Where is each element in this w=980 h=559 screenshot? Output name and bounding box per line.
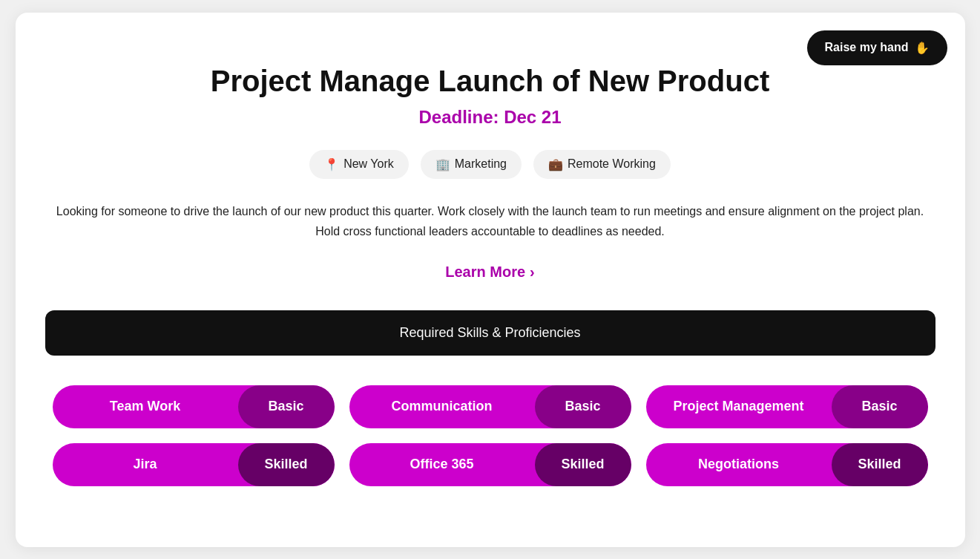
skill-item: Project Management Basic [646, 385, 928, 428]
skill-name: Team Work [53, 399, 238, 414]
skill-level: Skilled [535, 443, 631, 486]
learn-more-link[interactable]: Learn More › [445, 264, 534, 281]
skill-level: Skilled [238, 443, 335, 486]
tag-item: 💼Remote Working [533, 150, 671, 179]
tag-icon: 🏢 [435, 157, 450, 171]
tag-icon: 📍 [324, 157, 339, 171]
raise-hand-icon: ✋ [915, 41, 930, 55]
skill-level: Basic [238, 385, 335, 428]
tag-label: Remote Working [568, 157, 656, 171]
skills-header: Required Skills & Proficiencies [45, 310, 935, 356]
description-text: Looking for someone to drive the launch … [45, 201, 935, 241]
tags-row: 📍New York🏢Marketing💼Remote Working [45, 150, 935, 179]
skill-name: Jira [53, 457, 238, 472]
skill-item: Negotiations Skilled [646, 443, 928, 486]
tag-item: 📍New York [309, 150, 409, 179]
skills-grid: Team Work Basic Communication Basic Proj… [45, 385, 935, 486]
tag-icon: 💼 [548, 157, 563, 171]
learn-more-chevron: › [530, 264, 535, 281]
skill-name: Communication [349, 399, 535, 414]
skill-item: Communication Basic [349, 385, 631, 428]
raise-hand-label: Raise my hand [825, 41, 909, 54]
skill-name: Negotiations [646, 457, 832, 472]
learn-more-label: Learn More [445, 264, 525, 281]
deadline-text: Deadline: Dec 21 [45, 107, 935, 128]
skill-name: Project Management [646, 399, 832, 414]
skill-item: Team Work Basic [53, 385, 335, 428]
content-area: Project Manage Launch of New Product Dea… [45, 65, 935, 486]
raise-hand-button[interactable]: Raise my hand ✋ [807, 30, 947, 65]
skill-level: Skilled [832, 443, 928, 486]
page-title: Project Manage Launch of New Product [45, 65, 935, 98]
main-card: Raise my hand ✋ Project Manage Launch of… [16, 13, 965, 547]
tag-label: New York [343, 157, 394, 171]
tag-label: Marketing [455, 157, 507, 171]
skill-level: Basic [832, 385, 928, 428]
tag-item: 🏢Marketing [421, 150, 522, 179]
skill-item: Office 365 Skilled [349, 443, 631, 486]
skill-level: Basic [535, 385, 631, 428]
skill-item: Jira Skilled [53, 443, 335, 486]
skill-name: Office 365 [349, 457, 535, 472]
